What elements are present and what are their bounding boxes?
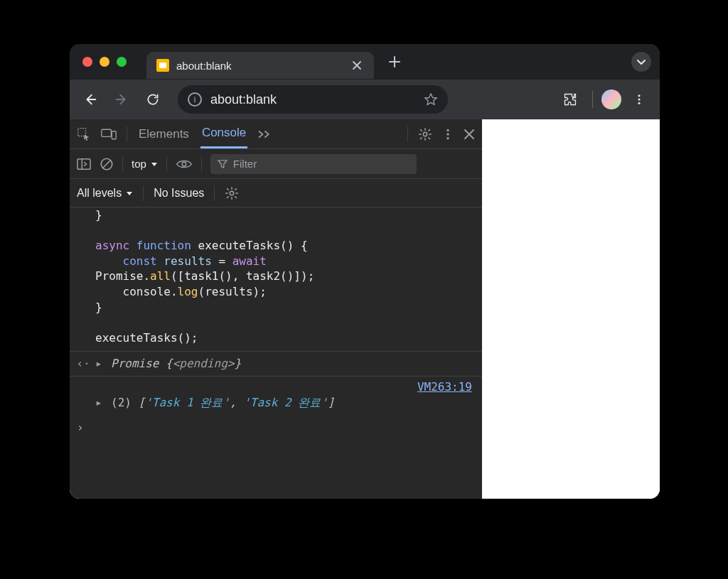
log-levels-selector[interactable]: All levels [77,187,133,200]
devtools-close-button[interactable] [464,129,475,140]
forward-button[interactable] [108,86,135,113]
kebab-icon [442,128,454,141]
bookmark-button[interactable] [424,92,438,107]
promise-label: Promise [111,357,159,370]
new-tab-button[interactable] [384,51,405,72]
reload-icon [146,92,160,107]
ban-icon [100,157,114,171]
svg-point-0 [638,94,641,97]
close-icon [464,129,475,140]
more-tabs-button[interactable] [257,129,272,139]
expand-toggle[interactable]: ▸ [95,356,105,372]
browser-tab[interactable]: about:blank [146,52,374,79]
tab-overflow-button[interactable] [631,52,651,72]
svg-point-8 [446,133,449,135]
close-window-button[interactable] [82,57,92,67]
promise-state: <pending> [173,357,235,370]
console-divider [166,156,167,172]
array-length: (2) [111,396,132,409]
profile-avatar[interactable] [601,90,621,109]
site-info-icon[interactable] [188,92,202,107]
devtools-settings-button[interactable] [418,127,432,141]
reload-button[interactable] [139,86,166,113]
array-item: 'Task 2 완료' [243,396,328,409]
tab-strip: about:blank [70,44,660,80]
console-divider [214,185,215,201]
svg-point-15 [230,191,234,195]
console-result-promise[interactable]: ‹· ▸ Promise {<pending>} [70,351,482,376]
triangle-down-icon [151,161,158,168]
tab-console[interactable]: Console [200,119,247,148]
array-item: 'Task 1 완료' [145,396,230,409]
chevron-down-icon [636,57,646,67]
source-link[interactable]: VM263:19 [417,379,472,395]
inspect-icon [77,127,91,141]
console-input-history: } async function executeTasks() { const … [70,207,482,351]
console-divider [122,156,123,172]
context-label: top [132,158,146,170]
chevrons-right-icon [257,129,272,139]
console-toolbar-secondary: All levels No Issues [70,179,482,207]
svg-line-13 [103,160,111,168]
result-gutter-icon: ‹· [77,356,90,372]
puzzle-icon [563,92,577,107]
console-divider [201,156,202,172]
devices-icon [101,128,117,141]
page-viewport[interactable] [482,119,660,499]
console-output[interactable]: } async function executeTasks() { const … [70,207,482,499]
content-area: Elements Console [70,119,660,499]
expand-toggle[interactable]: ▸ [95,395,105,411]
svg-rect-4 [102,129,112,136]
sidebar-icon [77,158,91,171]
star-icon [424,92,438,107]
svg-point-7 [446,129,449,131]
browser-toolbar: about:blank [70,80,660,119]
url-text: about:blank [210,92,277,107]
maximize-window-button[interactable] [117,57,127,67]
live-expression-button[interactable] [176,158,193,170]
tab-elements[interactable]: Elements [137,119,191,148]
console-divider [143,185,144,201]
extensions-button[interactable] [557,86,584,113]
filter-placeholder: Filter [233,158,257,170]
filter-input[interactable]: Filter [210,154,417,174]
prompt-caret-icon: › [77,421,84,434]
browser-window: about:blank about:blank [70,44,660,499]
console-toolbar: top Filter [70,149,482,179]
context-selector[interactable]: top [132,158,158,170]
console-log-entry: VM263:19 ▸ (2) ['Task 1 완료', 'Task 2 완료'… [70,376,482,414]
console-settings-button[interactable] [225,186,239,200]
svg-rect-10 [77,158,90,169]
tab-close-button[interactable] [350,58,364,72]
kebab-icon [633,93,646,106]
menu-button[interactable] [626,86,653,113]
tab-favicon-icon [156,59,169,72]
inspect-element-button[interactable] [77,127,91,141]
console-prompt[interactable]: › [70,414,482,441]
toggle-sidebar-button[interactable] [77,158,91,171]
clear-console-button[interactable] [100,157,114,171]
svg-point-2 [638,102,641,104]
arrow-right-icon [114,92,129,107]
devtools-menu-button[interactable] [442,128,454,141]
issues-label[interactable]: No Issues [154,187,204,200]
plus-icon [388,55,401,68]
gear-icon [225,186,239,200]
svg-point-1 [638,99,641,101]
device-toolbar-button[interactable] [101,128,117,141]
close-icon [352,60,362,70]
devtools-divider [407,126,408,142]
back-button[interactable] [77,86,104,113]
tab-title: about:blank [176,60,232,72]
devtools-divider [127,126,127,142]
log-levels-label: All levels [77,187,122,200]
gear-icon [418,127,432,141]
minimize-window-button[interactable] [100,57,109,67]
arrow-left-icon [82,92,98,107]
address-bar[interactable]: about:blank [178,85,448,114]
triangle-down-icon [126,190,133,197]
window-controls [82,57,127,67]
eye-icon [176,158,193,170]
svg-point-6 [423,132,427,136]
devtools-tabbar: Elements Console [70,119,482,149]
